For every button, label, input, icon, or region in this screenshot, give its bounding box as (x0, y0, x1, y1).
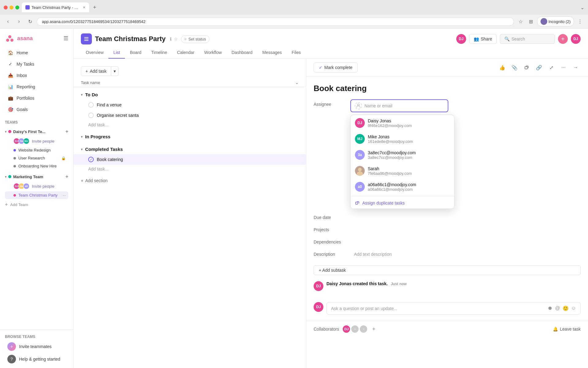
tab-files[interactable]: Files (287, 47, 306, 59)
attach-btn[interactable]: 📎 (510, 63, 519, 72)
tab-timeline[interactable]: Timeline (146, 47, 172, 59)
team-daisys-header[interactable]: ▾ Daisy's First Te... + (5, 127, 68, 136)
add-section-btn[interactable]: + Add section (74, 176, 306, 186)
sidebar-menu-icon[interactable]: ☰ (63, 35, 68, 42)
tab-workflow[interactable]: Workflow (199, 47, 227, 59)
maximize-window-btn[interactable] (15, 6, 19, 10)
help-btn[interactable]: ? Help & getting started (7, 353, 66, 365)
tab-overview[interactable]: Overview (81, 47, 108, 59)
minimize-window-btn[interactable] (9, 6, 13, 10)
tab-messages[interactable]: Messages (258, 47, 287, 59)
back-btn[interactable]: ‹ (4, 17, 12, 26)
projects-value[interactable] (350, 225, 581, 230)
link-btn[interactable]: 🔗 (534, 63, 544, 72)
add-task-inline-completed[interactable]: Add task... (74, 165, 306, 173)
sidebar-item-christmas-party[interactable]: Team Christmas Party ··· (5, 191, 68, 199)
add-task-inline-to-do[interactable]: Add task... (74, 121, 306, 129)
active-browser-tab[interactable]: Team Christmas Party - Book C... ✕ (22, 2, 89, 12)
description-value[interactable]: Add text description (350, 249, 581, 259)
add-task-global-btn[interactable]: + (558, 34, 568, 44)
comment-box[interactable]: Ask a question or post an update... ⏺ @ … (326, 302, 581, 315)
mark-complete-btn[interactable]: ✓ Mark complete (314, 63, 358, 72)
browser-menu-btn[interactable]: ⌄ (580, 5, 584, 10)
address-bar[interactable]: app.asana.com/0/1203277518469534/1203277… (37, 17, 514, 26)
sidebar-item-reporting[interactable]: 📊 Reporting (2, 81, 71, 92)
dropdown-user-daisy[interactable]: DJ Daisy Jonas 9f46e162@moodjoy.com (351, 115, 454, 131)
share-btn[interactable]: 👥 Share (469, 34, 497, 44)
section-to-do-header[interactable]: ▾ To Do (74, 90, 306, 100)
incognito-badge[interactable]: Incognito (2) (537, 17, 574, 26)
project-icon-btn[interactable] (81, 33, 92, 44)
bookmark-btn[interactable]: ☆ (516, 17, 525, 26)
task-checkbox-organise-santa[interactable] (88, 113, 94, 118)
sidebar-item-portfolios[interactable]: 💼 Portfolios (2, 93, 71, 104)
add-team-btn[interactable]: + Add Team (0, 200, 73, 209)
close-window-btn[interactable] (4, 6, 8, 10)
sidebar-item-goals[interactable]: 🎯 Goals (2, 104, 71, 115)
asana-logo[interactable]: asana (5, 33, 33, 43)
task-find-venue[interactable]: Find a venue (74, 100, 306, 110)
due-date-value[interactable] (350, 213, 581, 217)
team-add-project-btn[interactable]: + (66, 129, 68, 134)
sidebar-item-onboarding[interactable]: Onboarding New Hire (5, 162, 68, 170)
assignee-input[interactable]: Name or email (350, 99, 448, 112)
tab-list[interactable]: List (108, 47, 125, 59)
tab-board[interactable]: Board (125, 47, 146, 59)
team-add-project-btn2[interactable]: + (66, 174, 68, 179)
leave-task-btn[interactable]: 🔔 Leave task (553, 327, 581, 332)
add-collaborator-btn[interactable]: + (372, 326, 375, 332)
extension-btn[interactable]: ⊞ (527, 17, 535, 26)
collab-avatar-dj[interactable]: DJ (342, 325, 351, 333)
emoji-icon[interactable]: 🙂 (563, 305, 569, 311)
search-bar[interactable]: 🔍 Search (500, 34, 555, 44)
emoji-record-icon[interactable]: ⏺ (548, 305, 552, 311)
sidebar-item-home[interactable]: 🏠 Home (2, 47, 71, 58)
copy-link-btn[interactable] (522, 63, 532, 72)
more-options-btn[interactable]: ··· (559, 63, 568, 72)
team-daisys-invite[interactable]: DJ 3a MJ Invite people (5, 136, 68, 146)
sidebar-item-user-research[interactable]: User Research 🔒 (5, 154, 68, 162)
dropdown-user-3a[interactable]: 3a 3a8ec7cc@moodjoy.com 3a8ec7cc@moodjoy… (351, 147, 454, 163)
tab-close-btn[interactable]: ✕ (83, 6, 85, 10)
tab-calendar[interactable]: Calendar (172, 47, 199, 59)
star-icon[interactable]: ☆ (174, 36, 178, 41)
format-icon[interactable]: ☺ (571, 305, 576, 311)
task-checkbox-book-catering[interactable]: ✓ (88, 157, 94, 162)
collab-avatar-ghost2[interactable]: ·· (359, 325, 368, 333)
invite-teammates-btn[interactable]: + Invite teammates (7, 340, 66, 353)
task-book-catering[interactable]: ✓ Book catering (74, 154, 306, 165)
task-organise-secret-santa[interactable]: Organise secret santa (74, 110, 306, 121)
set-status-btn[interactable]: ○ Set status (181, 35, 209, 43)
section-in-progress-header[interactable]: ▾ In Progress (74, 132, 306, 142)
dropdown-user-a0[interactable]: a0 a06a66c1@moodjoy.com a06a66c1@moodjoy… (351, 179, 454, 195)
like-btn[interactable]: 👍 (497, 63, 507, 72)
add-subtask-btn[interactable]: + Add subtask (314, 265, 581, 275)
mention-icon[interactable]: @ (555, 305, 560, 311)
assign-duplicate-tasks-btn[interactable]: Assign duplicate tasks (351, 197, 454, 209)
header-avatar-dj[interactable]: DJ (456, 34, 466, 44)
dependencies-value[interactable] (350, 237, 581, 242)
dropdown-user-sarah[interactable]: Sarah 7fe6aa9b@moodjoy.com (351, 163, 454, 179)
collab-avatar-ghost1[interactable]: ·· (351, 325, 359, 333)
section-completed-header[interactable]: ▾ Completed Tasks (74, 144, 306, 154)
sort-chevron-icon[interactable]: ⌄ (295, 80, 299, 85)
team-marketing-header[interactable]: ▾ Marketing Team + (5, 172, 68, 181)
new-tab-btn[interactable]: + (90, 3, 99, 12)
team-marketing-invite[interactable]: DJ 3a a0 Invite people (5, 181, 68, 191)
project-options-icon[interactable]: ··· (63, 193, 66, 197)
add-task-btn[interactable]: + Add task (81, 66, 111, 76)
reload-btn[interactable]: ↻ (26, 17, 34, 26)
header-user-avatar[interactable]: DJ (571, 34, 581, 44)
expand-btn[interactable]: ⤢ (546, 63, 556, 72)
sidebar-item-my-tasks[interactable]: ✓ My Tasks (2, 59, 71, 70)
browser-settings-btn[interactable]: ⋮ (576, 17, 584, 26)
dropdown-user-mike[interactable]: MJ Mike Jonas 161ede8e@moodjoy.com (351, 131, 454, 147)
sidebar-item-inbox[interactable]: 📥 Inbox (2, 70, 71, 81)
tab-dashboard[interactable]: Dashboard (227, 47, 258, 59)
forward-btn[interactable]: › (15, 17, 23, 26)
info-icon[interactable]: ℹ (170, 36, 172, 41)
add-task-chevron[interactable]: ▾ (111, 66, 119, 76)
sidebar-item-website-redesign[interactable]: Website Redesign (5, 146, 68, 154)
task-checkbox-find-venue[interactable] (88, 102, 94, 108)
close-panel-btn[interactable]: → (571, 63, 581, 72)
